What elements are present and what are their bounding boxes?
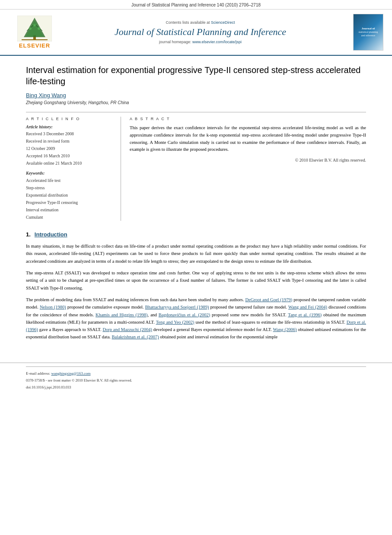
header-left: ELSEVIER [9, 16, 61, 49]
intro-paragraph-2: The step-stress ALT (SSALT) was develope… [26, 269, 366, 292]
svg-rect-2 [22, 39, 48, 40]
available-date: Available online 21 March 2010 [26, 160, 114, 166]
intro-paragraph-1: In many situations, it may be difficult … [26, 242, 366, 265]
section-1-header: 1. Introduction [26, 231, 366, 238]
abstract-text: This paper derives the exact confidence … [130, 124, 366, 153]
ref-tang: Tang et al. (1996) [288, 312, 322, 317]
elsevier-logo: ELSEVIER [9, 16, 61, 49]
page-wrapper: Journal of Statistical Planning and Infe… [0, 0, 392, 393]
accepted-date: Accepted 16 March 2010 [26, 153, 114, 159]
cover-line-1: Journal of [358, 27, 378, 31]
ref-teng: Teng and Yeo (2002) [156, 320, 194, 325]
article-abstract: A B S T R A C T This paper derives the e… [130, 117, 366, 221]
ref-dorp04: Dorp and Mazzuchi (2004) [102, 327, 152, 332]
keywords-section: Keywords: Accelerated life test Step-str… [26, 171, 114, 221]
footer-copyright-2: doi:10.1016/j.jspi.2010.03.033 [26, 385, 366, 389]
journal-cover-image: Journal of statistical planning and infe… [353, 14, 383, 51]
footer-copyright-1: 0378-3758/$ - see front matter © 2010 El… [26, 378, 366, 382]
abstract-heading: A B S T R A C T [130, 117, 366, 121]
ref-bhattacharyya: Bhattacharyya and Soejoerl (1989) [145, 305, 209, 309]
header-right: Journal of statistical planning and infe… [340, 14, 383, 51]
article-info-heading: A R T I C L E I N F O [26, 117, 114, 121]
section-title-introduction: Introduction [35, 231, 67, 238]
article-info-section: A R T I C L E I N F O Article history: R… [26, 112, 366, 221]
cover-line-2: statistical planning [358, 31, 378, 34]
revised-label: Received in revised form [26, 138, 114, 144]
author-affiliation: Zhejiang Gongshang University, Hangzhou,… [26, 100, 366, 105]
keyword-3: Exponential distribution [26, 191, 114, 199]
ref-degroot: DeGroot and Goel (1979) [245, 297, 292, 302]
elsevier-tree-icon [17, 16, 52, 41]
svg-point-8 [38, 27, 40, 30]
homepage-link[interactable]: www.elsevier.com/locate/jspi [192, 40, 242, 44]
keywords-list: Accelerated life test Step-stress Expone… [26, 177, 114, 221]
ref-bagdona: Bagdonavičius et al. (2002) [159, 312, 210, 317]
homepage-prefix: journal homepage: [159, 40, 192, 44]
footer: E-mail address: wanghingxing@163.com 037… [0, 363, 392, 393]
keyword-2: Step-stress [26, 184, 114, 191]
received-date: Received 3 December 2008 [26, 131, 114, 137]
svg-point-7 [29, 27, 32, 30]
intro-paragraph-3: The problem of modeling data from SSALT … [26, 296, 366, 341]
footer-divider [26, 366, 366, 367]
ref-khamis: Khamis and Higgins (1998) [96, 312, 147, 317]
journal-title: Journal of Statistical Planning and Infe… [65, 26, 336, 38]
main-content: Interval estimation for exponential prog… [0, 56, 392, 354]
keyword-6: Cumulant [26, 213, 114, 221]
ref-dorp96: Dorp et al. (1996) [26, 320, 366, 332]
keyword-1: Accelerated life test [26, 177, 114, 184]
keyword-4: Progressive Type-II censoring [26, 199, 114, 206]
svg-point-9 [33, 24, 36, 26]
ref-wang-fei: Wang and Fei (2004) [288, 305, 327, 309]
sciencedirect-line: Contents lists available at ScienceDirec… [65, 20, 336, 25]
sciencedirect-prefix: Contents lists available at [166, 20, 211, 25]
top-bar: Journal of Statistical Planning and Infe… [0, 0, 392, 10]
header: ELSEVIER Contents lists available at Sci… [0, 10, 392, 56]
sciencedirect-link[interactable]: ScienceDirect [211, 20, 235, 25]
article-title: Interval estimation for exponential prog… [26, 64, 366, 87]
email-address[interactable]: wanghingxing@163.com [51, 371, 90, 376]
revised-date: 12 October 2009 [26, 145, 114, 152]
email-label: E-mail address: [26, 371, 50, 376]
article-info-left: A R T I C L E I N F O Article history: R… [26, 117, 121, 221]
elsevier-brand-text: ELSEVIER [19, 42, 50, 49]
author-name: Bing Xing Wang [26, 92, 366, 99]
keywords-label: Keywords: [26, 171, 114, 175]
section-number: 1. [26, 231, 31, 238]
ref-wang06: Wang (2006) [273, 327, 297, 332]
abstract-copyright: © 2010 Elsevier B.V. All rights reserved… [130, 158, 366, 162]
history-label: Article history: [26, 124, 114, 129]
body-content: 1. Introduction In many situations, it m… [26, 231, 366, 341]
journal-homepage: journal homepage: www.elsevier.com/locat… [65, 40, 336, 44]
header-center: Contents lists available at ScienceDirec… [61, 20, 340, 44]
cover-line-3: and inference [358, 34, 378, 38]
email-footnote: E-mail address: wanghingxing@163.com [26, 371, 366, 376]
ref-nelson: Nelson (1980) [40, 305, 66, 309]
ref-balak: Balakrishnan et al. (2007) [112, 334, 159, 339]
keyword-5: Interval estimation [26, 206, 114, 213]
journal-citation: Journal of Statistical Planning and Infe… [131, 3, 261, 7]
